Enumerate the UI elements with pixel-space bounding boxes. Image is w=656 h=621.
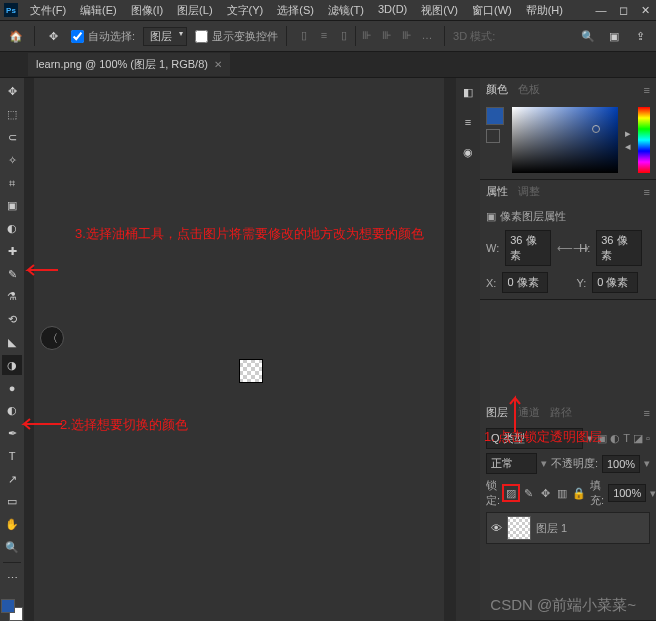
auto-select-check[interactable]: 自动选择: xyxy=(71,29,135,44)
blend-mode-select[interactable]: 正常 xyxy=(486,453,537,474)
path-tool[interactable]: ↗ xyxy=(2,469,22,489)
hand-tool[interactable]: ✋ xyxy=(2,515,22,535)
back-button[interactable]: 〈 xyxy=(40,326,64,350)
zoom-tool[interactable]: 🔍 xyxy=(2,538,22,558)
marquee-tool[interactable]: ⬚ xyxy=(2,105,22,125)
maximize-icon[interactable]: ◻ xyxy=(616,4,630,17)
eyedrop-tool[interactable]: ◐ xyxy=(2,219,22,239)
layer-thumbnail[interactable] xyxy=(508,517,530,539)
menu-select[interactable]: 选择(S) xyxy=(271,1,320,20)
share-icon[interactable]: ⇪ xyxy=(630,26,650,46)
history-tool[interactable]: ⟲ xyxy=(2,310,22,330)
visibility-icon[interactable]: 👁 xyxy=(491,522,502,534)
minimize-icon[interactable]: — xyxy=(594,4,608,17)
show-transform-checkbox[interactable] xyxy=(195,30,208,43)
align-left-icon[interactable]: ▯ xyxy=(295,26,313,44)
heal-tool[interactable]: ✚ xyxy=(2,241,22,261)
brush-tool[interactable]: ✎ xyxy=(2,264,22,284)
paths-tab[interactable]: 路径 xyxy=(550,405,572,420)
opacity-input[interactable]: 100% xyxy=(602,455,640,473)
pen-tool[interactable]: ✒ xyxy=(2,424,22,444)
text-tool[interactable]: T xyxy=(2,447,22,467)
x-input[interactable]: 0 像素 xyxy=(502,272,548,293)
search-icon[interactable]: 🔍 xyxy=(578,26,598,46)
menu-image[interactable]: 图像(I) xyxy=(125,1,169,20)
collapsed-panel-0-icon[interactable]: ◧ xyxy=(458,82,478,102)
menu-file[interactable]: 文件(F) xyxy=(24,1,72,20)
stamp-tool[interactable]: ⚗ xyxy=(2,287,22,307)
layer-item[interactable]: 👁 图层 1 xyxy=(486,512,650,544)
tab-close-icon[interactable]: ✕ xyxy=(214,59,222,70)
shape-tool[interactable]: ▭ xyxy=(2,492,22,512)
auto-select-checkbox[interactable] xyxy=(71,30,84,43)
home-icon[interactable]: 🏠 xyxy=(6,26,26,46)
lock-position-icon[interactable]: ✥ xyxy=(538,486,552,500)
adjustments-tab[interactable]: 调整 xyxy=(518,184,540,199)
menu-view[interactable]: 视图(V) xyxy=(415,1,464,20)
kind-filter-3-icon[interactable]: T xyxy=(623,432,630,445)
move-tool-icon[interactable]: ✥ xyxy=(43,26,63,46)
more-tools[interactable]: ⋯ xyxy=(2,568,22,588)
align-center-icon[interactable]: ≡ xyxy=(315,26,333,44)
menu-type[interactable]: 文字(Y) xyxy=(221,1,270,20)
properties-tab[interactable]: 属性 xyxy=(486,184,508,199)
layers-tab[interactable]: 图层 xyxy=(486,405,508,420)
close-icon[interactable]: ✕ xyxy=(638,4,652,17)
menu-filter[interactable]: 滤镜(T) xyxy=(322,1,370,20)
document-tab[interactable]: learn.png @ 100% (图层 1, RGB/8) ✕ xyxy=(28,53,230,76)
crop-tool[interactable]: ⌗ xyxy=(2,173,22,193)
dist-2-icon[interactable]: ⊪ xyxy=(378,26,396,44)
frame-tool[interactable]: ▣ xyxy=(2,196,22,216)
align-right-icon[interactable]: ▯ xyxy=(335,26,353,44)
foreground-swatch[interactable] xyxy=(486,107,504,125)
lock-all-icon[interactable]: 🔒 xyxy=(572,486,586,500)
bucket-tool[interactable]: ◑ xyxy=(2,355,22,375)
layer-kind-select[interactable]: Q 类型 xyxy=(486,428,583,449)
height-input[interactable]: 36 像素 xyxy=(596,230,642,266)
fill-input[interactable]: 100% xyxy=(608,484,646,502)
color-field[interactable] xyxy=(512,107,618,173)
link-wh-icon[interactable]: ⟵⟶ xyxy=(557,242,573,255)
eraser-tool[interactable]: ◣ xyxy=(2,333,22,353)
menu-help[interactable]: 帮助(H) xyxy=(520,1,569,20)
menu-3d[interactable]: 3D(D) xyxy=(372,1,413,20)
swatches-tab[interactable]: 色板 xyxy=(518,82,540,97)
dist-1-icon[interactable]: ⊪ xyxy=(358,26,376,44)
y-input[interactable]: 0 像素 xyxy=(592,272,638,293)
lock-artboard-icon[interactable]: ▥ xyxy=(555,486,569,500)
menu-layer[interactable]: 图层(L) xyxy=(171,1,218,20)
show-transform-check[interactable]: 显示变换控件 xyxy=(195,29,278,44)
color-tab[interactable]: 颜色 xyxy=(486,82,508,97)
panel-menu-icon[interactable]: ≡ xyxy=(644,84,650,96)
panel-menu-icon[interactable]: ≡ xyxy=(644,407,650,419)
canvas-image[interactable] xyxy=(240,360,262,382)
kind-filter-5-icon[interactable]: ▫ xyxy=(646,432,650,445)
panel-menu-icon[interactable]: ≡ xyxy=(644,186,650,198)
move-tool[interactable]: ✥ xyxy=(2,82,22,102)
collapsed-panel-1-icon[interactable]: ≡ xyxy=(458,112,478,132)
kind-filter-1-icon[interactable]: ▣ xyxy=(597,432,607,445)
menu-window[interactable]: 窗口(W) xyxy=(466,1,518,20)
kind-filter-2-icon[interactable]: ◐ xyxy=(610,432,620,445)
wand-tool[interactable]: ✧ xyxy=(2,150,22,170)
fg-color-swatch[interactable] xyxy=(1,599,15,613)
dist-3-icon[interactable]: ⊪ xyxy=(398,26,416,44)
collapsed-panel-2-icon[interactable]: ◉ xyxy=(458,142,478,162)
color-swatches[interactable] xyxy=(1,595,23,621)
lock-pixels-icon[interactable]: ✎ xyxy=(521,486,535,500)
blur-tool[interactable]: ● xyxy=(2,378,22,398)
dodge-tool[interactable]: ◐ xyxy=(2,401,22,421)
more-align-icon[interactable]: … xyxy=(418,26,436,44)
menu-edit[interactable]: 编辑(E) xyxy=(74,1,123,20)
width-input[interactable]: 36 像素 xyxy=(505,230,551,266)
auto-select-target[interactable]: 图层 xyxy=(143,27,187,46)
w-label: W: xyxy=(486,242,499,254)
kind-filter-4-icon[interactable]: ◪ xyxy=(633,432,643,445)
channels-tab[interactable]: 通道 xyxy=(518,405,540,420)
background-swatch[interactable] xyxy=(486,129,500,143)
workspace-icon[interactable]: ▣ xyxy=(604,26,624,46)
lock-transparency-icon[interactable]: ▨ xyxy=(504,486,518,500)
lasso-tool[interactable]: ⊂ xyxy=(2,128,22,148)
hue-slider[interactable] xyxy=(638,107,650,173)
canvas[interactable]: 〈 xyxy=(34,78,444,621)
